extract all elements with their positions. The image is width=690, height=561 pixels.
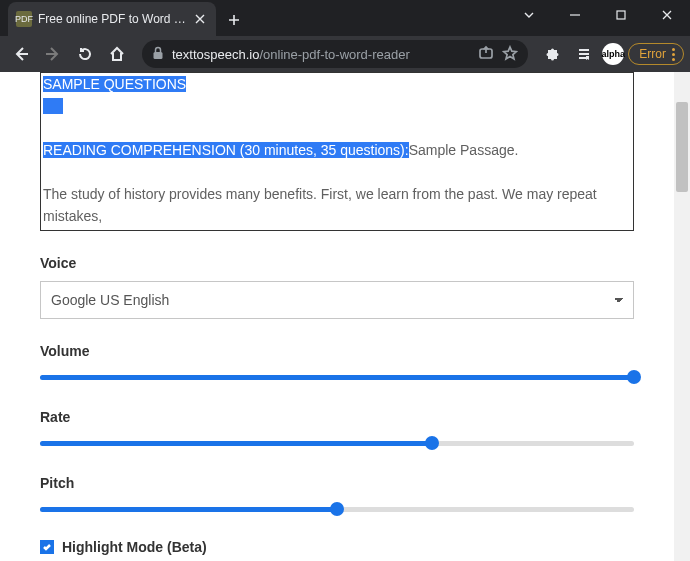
reading-list-button[interactable]	[570, 40, 598, 68]
window-close-button[interactable]	[644, 0, 690, 30]
maximize-icon	[616, 10, 626, 20]
url-text: texttospeech.io/online-pdf-to-word-reade…	[172, 47, 470, 62]
highlight-checkbox[interactable]	[40, 540, 54, 554]
plus-icon	[228, 14, 240, 26]
rate-fill	[40, 441, 432, 446]
browser-titlebar: PDF Free online PDF to Word Speech	[0, 0, 690, 36]
pitch-fill	[40, 507, 337, 512]
vertical-scrollbar[interactable]	[674, 72, 690, 561]
selected-blank-line	[43, 98, 63, 114]
toolbar-right: alpha Error	[538, 40, 684, 68]
check-icon	[42, 542, 52, 552]
error-label: Error	[639, 47, 666, 61]
volume-slider[interactable]	[40, 369, 634, 385]
lock-icon	[152, 46, 164, 63]
volume-fill	[40, 375, 634, 380]
voice-label: Voice	[40, 255, 634, 271]
address-bar[interactable]: texttospeech.io/online-pdf-to-word-reade…	[142, 40, 528, 68]
close-icon	[195, 14, 205, 24]
bookmark-button[interactable]	[502, 45, 518, 64]
body-text: Sample Passage.	[409, 142, 519, 158]
tab-close-button[interactable]	[192, 11, 208, 27]
close-icon	[661, 9, 673, 21]
url-path: /online-pdf-to-word-reader	[259, 47, 409, 62]
nav-home-button[interactable]	[102, 39, 132, 69]
nav-forward-button[interactable]	[38, 39, 68, 69]
rate-thumb[interactable]	[425, 436, 439, 450]
url-host: texttospeech.io	[172, 47, 259, 62]
reload-icon	[77, 46, 93, 62]
home-icon	[109, 46, 125, 62]
browser-menu-error[interactable]: Error	[628, 43, 684, 65]
volume-label: Volume	[40, 343, 634, 359]
browser-toolbar: texttospeech.io/online-pdf-to-word-reade…	[0, 36, 690, 72]
tab-title: Free online PDF to Word Speech	[38, 12, 186, 26]
window-maximize-button[interactable]	[598, 0, 644, 30]
body-text: The study of history provides many benef…	[43, 183, 631, 227]
pitch-slider[interactable]	[40, 501, 634, 517]
nav-reload-button[interactable]	[70, 39, 100, 69]
highlight-label: Highlight Mode (Beta)	[62, 539, 207, 555]
body-text: but, at least, we have the opportunity t…	[43, 227, 631, 231]
text-input-area[interactable]: SAMPLE QUESTIONS READING COMPREHENSION (…	[40, 72, 634, 231]
tab-favicon: PDF	[16, 11, 32, 27]
arrow-right-icon	[44, 45, 62, 63]
voice-select[interactable]: Google US English	[40, 281, 634, 319]
nav-back-button[interactable]	[6, 39, 36, 69]
page-content: SAMPLE QUESTIONS READING COMPREHENSION (…	[0, 72, 674, 561]
profile-avatar[interactable]: alpha	[602, 43, 624, 65]
scrollbar-thumb[interactable]	[676, 102, 688, 192]
new-tab-button[interactable]	[220, 6, 248, 34]
share-button[interactable]	[478, 45, 494, 64]
pitch-label: Pitch	[40, 475, 634, 491]
kebab-icon	[672, 48, 675, 61]
selected-text: READING COMPREHENSION (30 minutes, 35 qu…	[43, 142, 409, 158]
page-viewport: SAMPLE QUESTIONS READING COMPREHENSION (…	[0, 72, 690, 561]
window-controls	[506, 0, 690, 30]
selected-text: SAMPLE QUESTIONS	[43, 76, 186, 92]
share-icon	[478, 45, 494, 61]
pitch-thumb[interactable]	[330, 502, 344, 516]
svg-rect-1	[154, 52, 163, 59]
svg-rect-0	[617, 11, 625, 19]
window-dropdown-button[interactable]	[506, 0, 552, 30]
browser-tab[interactable]: PDF Free online PDF to Word Speech	[8, 2, 216, 36]
star-icon	[502, 45, 518, 61]
window-minimize-button[interactable]	[552, 0, 598, 30]
volume-thumb[interactable]	[627, 370, 641, 384]
arrow-left-icon	[12, 45, 30, 63]
rate-slider[interactable]	[40, 435, 634, 451]
extensions-button[interactable]	[538, 40, 566, 68]
minimize-icon	[569, 9, 581, 21]
puzzle-icon	[544, 46, 560, 62]
list-icon	[576, 46, 592, 62]
rate-label: Rate	[40, 409, 634, 425]
chevron-down-icon	[523, 9, 535, 21]
